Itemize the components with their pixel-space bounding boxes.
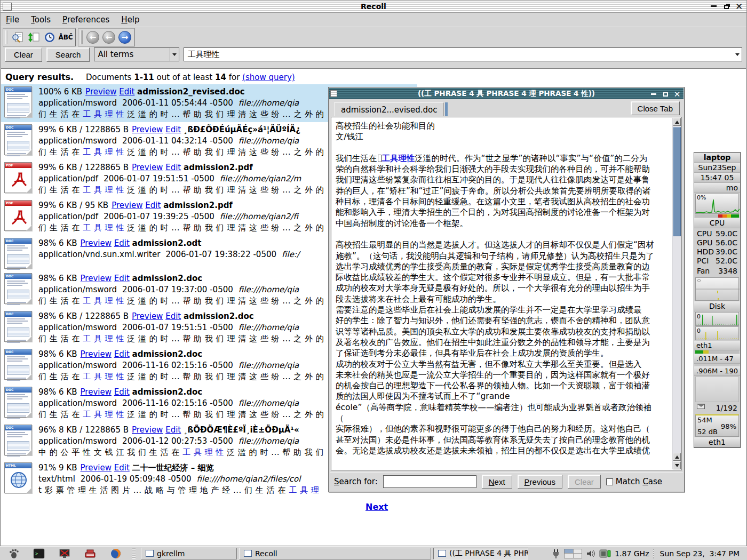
scroll-up2-icon[interactable] [673,453,681,461]
document-history-icon[interactable] [42,29,58,45]
workspace-pager[interactable] [564,549,582,558]
gkrellm-hostname[interactable]: laptop [694,153,740,163]
menu-help[interactable]: Help [121,15,139,25]
eth1-label[interactable]: eth1 [694,341,740,350]
find-previous-button[interactable]: Previous [518,475,562,489]
close-button[interactable]: ✕ [735,2,743,10]
preview-link[interactable]: Preview [81,238,112,248]
edit-link[interactable]: Edit [114,238,130,248]
edit-link[interactable]: Edit [145,201,161,210]
edit-link[interactable]: Edit [165,425,181,435]
system-tray: 1.87 GHz Sun Sep 23, 3:47 PM [552,548,745,559]
next-page-link[interactable]: Next [365,502,388,512]
lock-screen-icon[interactable] [58,548,71,559]
edit-link[interactable]: Edit [114,387,130,397]
edit-link[interactable]: Edit [165,311,181,321]
preview-tab[interactable]: admission2...evised.doc [334,102,444,116]
preview-close-button[interactable]: ✕ [673,90,681,98]
task-button[interactable]: gkrellm [141,548,237,559]
gkrellm-time[interactable]: 15:47 05 [694,173,740,183]
preview-link[interactable]: Preview [132,311,163,321]
preview-link[interactable]: Preview [81,274,112,283]
find-next-button[interactable]: Next [482,475,512,489]
firefox-icon[interactable] [109,548,122,559]
task-button[interactable]: ((工 PHRASE 4 具 PHRASE ... [433,548,528,559]
typewriter-icon[interactable] [84,548,97,559]
cpu-section-label[interactable]: CPU [694,218,740,228]
scroll-up-icon[interactable] [673,118,681,126]
fan-chart[interactable] [695,277,739,301]
edit-link[interactable]: Edit [165,163,181,172]
preview-text[interactable]: 高校招生的社会功能和目的文/钱江 我们生活在工具理性泛滥的时代。作为“世之显学”… [336,121,670,469]
edit-link[interactable]: Edit [114,349,130,359]
gkrellm-footer[interactable]: eth1 [694,437,740,447]
menu-file[interactable]: File [6,15,19,25]
query-input[interactable]: 工具理性 [184,47,742,61]
preview-maximize-button[interactable] [661,90,670,98]
toolbar-handle[interactable] [5,30,8,44]
result-snippet: 们 生 活 在 工 具 理 性 泛 滥 的 时 ... 帮 助 我 们 理 清 … [38,185,324,196]
term-explorer-icon[interactable]: ÅBĈ [58,29,74,45]
preview-search-input[interactable] [383,475,476,488]
edit-link[interactable]: Edit [114,463,130,473]
preview-link[interactable]: Preview [81,349,112,359]
cpu-frequency-icon[interactable] [599,549,611,558]
preview-scrollbar[interactable] [672,118,681,469]
result-relevance-size: 98% 6 KB / 1228865 B [38,311,129,321]
preview-link[interactable]: Preview [85,87,116,97]
preview-titlebar[interactable]: ((工 PHRASE 4 具 PHRASE 4 理 PHRASE 4 性)) ✕ [329,88,684,99]
taskbar-clock[interactable]: Sun Sep 23, 3:47 PM [660,549,740,558]
menu-tools[interactable]: Tools [31,15,51,25]
checkbox-icon[interactable] [606,478,613,485]
terminal-icon[interactable]: >_ [33,548,45,559]
edit-link[interactable]: Edit [114,274,130,283]
preview-link[interactable]: Preview [81,463,112,473]
preview-minimize-button[interactable] [649,90,658,98]
advanced-search-icon[interactable] [10,29,26,45]
search-button[interactable]: Search [46,47,90,62]
preview-link[interactable]: Preview [132,425,163,435]
show-query-link[interactable]: (show query) [242,73,295,82]
eth1-rx[interactable]: .011M - 47 [694,354,740,364]
maximize-button[interactable] [722,2,730,10]
task-button[interactable]: Recoll [239,548,431,559]
preview-link[interactable]: Preview [81,387,112,397]
disk-write-chart[interactable]: 0 [695,326,739,340]
volume-icon[interactable] [586,549,595,558]
eth1-tx[interactable]: .906M - 190 [694,366,740,376]
gkrellm-mo-label[interactable]: mo [694,183,740,193]
find-clear-button[interactable]: Clear [568,475,601,489]
disk-read-chart[interactable]: 0 [695,312,739,326]
search-mode-select[interactable]: All terms [94,47,179,61]
mail-row[interactable]: 1/192 [694,403,740,414]
gnome-foot-icon[interactable] [7,548,20,559]
toolbar-handle[interactable] [81,30,83,44]
preview-link[interactable]: Preview [132,163,163,172]
preview-link[interactable]: Preview [112,201,142,210]
menu-preferences[interactable]: Preferences [62,15,109,25]
next-page-icon[interactable]: → [117,29,133,45]
close-tab-button[interactable]: Close Tab [631,101,680,115]
first-page-icon[interactable]: ← [85,29,101,45]
minimize-button[interactable] [709,2,718,10]
taskbar-handle[interactable] [132,548,136,559]
edit-link[interactable]: Edit [119,87,134,97]
wireless-panel[interactable]: 54M 98% 52 dB [695,414,739,437]
fan-row[interactable]: Fan 3348 [694,267,740,277]
recoll-titlebar[interactable]: Recoll ✕ [1,1,746,13]
gkrellm-date[interactable]: Sun23Sep [694,163,740,173]
query-history-chevron-icon[interactable] [733,53,742,56]
cpu-usage-chart[interactable]: 0% [695,194,739,214]
chevron-down-icon[interactable] [170,48,179,61]
clear-button[interactable]: Clear [5,47,42,62]
edit-link[interactable]: Edit [165,125,181,134]
scroll-down-icon[interactable] [673,461,681,469]
previous-page-icon[interactable]: ← [101,29,117,45]
preview-content: 高校招生的社会功能和目的文/钱江 我们生活在工具理性泛滥的时代。作为“世之显学”… [331,117,682,470]
scrollbar-thumb[interactable] [673,127,681,236]
sort-parameters-icon[interactable] [26,29,42,45]
match-case-checkbox[interactable]: Match Case [606,477,662,486]
preview-link[interactable]: Preview [132,125,163,134]
disk-section-label[interactable]: Disk [694,301,740,311]
power-plug-icon[interactable] [552,548,560,559]
